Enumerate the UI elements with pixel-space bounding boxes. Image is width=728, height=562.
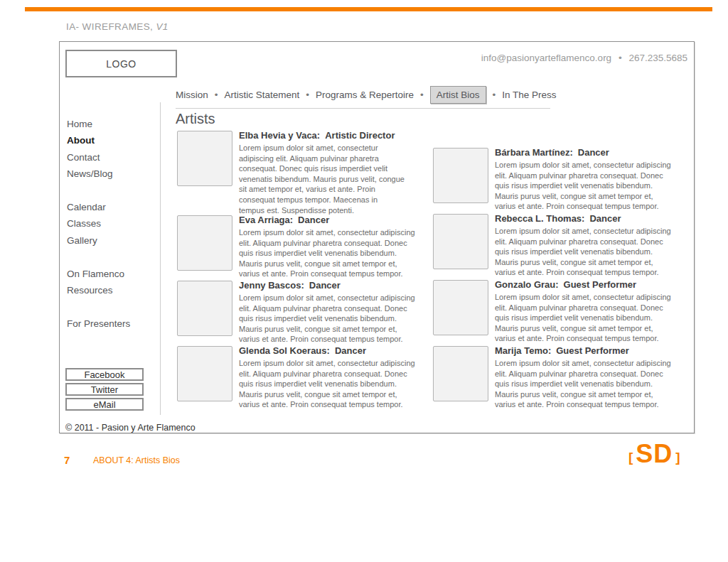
sidebar-item-contact[interactable]: Contact <box>67 149 158 166</box>
artist-title: Eva Arriaga:Dancer <box>239 215 418 225</box>
artist-role: Artistic Director <box>325 130 395 141</box>
sidebar-item-classes[interactable]: Classes <box>67 215 158 232</box>
artist-photo-placeholder <box>433 148 488 203</box>
artist-role: Dancer <box>578 147 609 158</box>
sidebar-item-news-blog[interactable]: News/Blog <box>67 166 158 182</box>
nav-separator: • <box>215 90 218 100</box>
nav-item-programs-repertoire[interactable]: Programs & Repertoire <box>316 90 414 100</box>
document-version: V1 <box>156 21 168 32</box>
artist-card-gonzalo-grau: Gonzalo Grau:Guest Performer Lorem ipsum… <box>433 280 674 344</box>
artist-card-elba-hevia-y-vaca: Elba Hevia y Vaca:Artistic Director Lore… <box>177 131 418 215</box>
artist-name: Marija Temo: <box>495 345 551 356</box>
artist-name: Gonzalo Grau: <box>495 279 559 290</box>
artist-name: Bárbara Martínez: <box>495 147 573 158</box>
artist-bio: Lorem ipsum dolor sit amet, consectetur … <box>495 160 674 212</box>
artist-title: Gonzalo Grau:Guest Performer <box>495 280 674 290</box>
wireframe-page: LOGO info@pasionyarteflamenco.org • 267.… <box>59 41 695 433</box>
artist-photo-placeholder <box>177 346 232 401</box>
artist-card-rebecca-l-thomas: Rebecca L. Thomas:Dancer Lorem ipsum dol… <box>433 214 674 278</box>
artist-name: Elba Hevia y Vaca: <box>239 130 320 141</box>
artist-title: Bárbara Martínez:Dancer <box>495 148 674 158</box>
artist-title: Glenda Sol Koeraus:Dancer <box>239 346 418 356</box>
artist-photo-placeholder <box>433 346 488 401</box>
page-number: 7 <box>64 454 70 466</box>
page-title: Artists <box>176 111 215 127</box>
page-section-label: ABOUT 4: Artists Bios <box>93 455 180 465</box>
copyright-notice: © 2011 - Pasion y Arte Flamenco <box>65 423 196 433</box>
artist-card-barbara-martinez: Bárbara Martínez:Dancer Lorem ipsum dolo… <box>433 148 674 212</box>
sd-logo-close-bracket: ] <box>675 450 680 465</box>
sidebar-group-activities: Calendar Classes Gallery <box>67 199 158 249</box>
nav-separator: • <box>306 90 309 100</box>
sidebar-item-calendar[interactable]: Calendar <box>67 199 158 215</box>
artist-role: Guest Performer <box>556 345 629 356</box>
sidebar-item-home[interactable]: Home <box>67 116 158 132</box>
sd-brand-logo: [ SD ] <box>628 441 680 468</box>
nav-item-in-the-press[interactable]: In The Press <box>502 90 556 100</box>
artist-name: Rebecca L. Thomas: <box>495 213 584 224</box>
artist-card-marija-temo: Marija Temo:Guest Performer Lorem ipsum … <box>433 346 674 410</box>
artist-photo-placeholder <box>433 280 488 335</box>
sidebar-group-primary: Home About Contact News/Blog <box>67 116 158 183</box>
sidebar-group-presenters: For Presenters <box>67 315 158 332</box>
email-button[interactable]: eMail <box>65 398 144 411</box>
contact-info: info@pasionyarteflamenco.org • 267.235.5… <box>477 53 687 63</box>
sd-logo-text: SD <box>636 441 673 468</box>
sidebar-item-gallery[interactable]: Gallery <box>67 232 158 249</box>
artist-role: Dancer <box>589 213 621 224</box>
artist-role: Dancer <box>298 215 329 225</box>
logo-placeholder[interactable]: LOGO <box>65 50 177 77</box>
sd-logo-open-bracket: [ <box>628 450 633 465</box>
artist-bio: Lorem ipsum dolor sit amet, consectetur … <box>239 358 418 410</box>
artist-photo-placeholder <box>177 131 232 186</box>
nav-separator: • <box>493 90 496 100</box>
contact-separator: • <box>619 53 622 63</box>
nav-item-mission[interactable]: Mission <box>176 90 208 100</box>
artist-bio: Lorem ipsum dolor sit amet, consectetur … <box>495 226 674 278</box>
artist-card-glenda-sol-koeraus: Glenda Sol Koeraus:Dancer Lorem ipsum do… <box>177 346 418 410</box>
facebook-button[interactable]: Facebook <box>65 368 144 381</box>
nav-underline <box>176 108 550 109</box>
artist-role: Dancer <box>309 280 341 291</box>
artist-bio: Lorem ipsum dolor sit amet, consectetur … <box>495 358 674 410</box>
nav-item-artistic-statement[interactable]: Artistic Statement <box>225 90 300 100</box>
top-accent-bar <box>25 7 712 11</box>
nav-separator: • <box>420 90 424 100</box>
artist-name: Eva Arriaga: <box>239 215 293 225</box>
nav-item-artist-bios-active[interactable]: Artist Bios <box>430 86 486 104</box>
document-title: IA- WIREFRAMES, V1 <box>66 21 168 32</box>
contact-phone: 267.235.5685 <box>628 53 687 63</box>
artist-bio: Lorem ipsum dolor sit amet, consectetur … <box>239 227 418 279</box>
artist-bio: Lorem ipsum dolor sit amet, consectetur … <box>239 143 405 215</box>
sidebar-divider <box>160 102 161 415</box>
artist-role: Dancer <box>335 345 366 356</box>
artist-bio: Lorem ipsum dolor sit amet, consectetur … <box>239 293 418 345</box>
sidebar-nav: Home About Contact News/Blog Calendar Cl… <box>67 116 158 349</box>
document-title-text: IA- WIREFRAMES, <box>66 21 153 32</box>
sidebar-item-about-active[interactable]: About <box>67 132 158 148</box>
artist-title: Elba Hevia y Vaca:Artistic Director <box>239 131 418 141</box>
sidebar-item-for-presenters[interactable]: For Presenters <box>67 315 158 332</box>
artist-photo-placeholder <box>177 281 232 336</box>
artist-title: Rebecca L. Thomas:Dancer <box>495 214 674 224</box>
contact-email[interactable]: info@pasionyarteflamenco.org <box>481 53 611 63</box>
artist-title: Marija Temo:Guest Performer <box>495 346 674 356</box>
wireframe-document: IA- WIREFRAMES, V1 LOGO info@pasionyarte… <box>0 0 728 562</box>
artist-card-jenny-bascos: Jenny Bascos:Dancer Lorem ipsum dolor si… <box>177 281 418 345</box>
sidebar-group-resources: On Flamenco Resources <box>67 266 158 299</box>
artist-role: Guest Performer <box>564 279 637 290</box>
artist-title: Jenny Bascos:Dancer <box>239 281 418 291</box>
artist-card-eva-arriaga: Eva Arriaga:Dancer Lorem ipsum dolor sit… <box>177 215 418 279</box>
logo-label: LOGO <box>106 58 136 70</box>
artist-name: Glenda Sol Koeraus: <box>239 345 330 356</box>
artist-photo-placeholder <box>177 215 232 271</box>
twitter-button[interactable]: Twitter <box>65 383 144 396</box>
section-nav: Mission • Artistic Statement • Programs … <box>176 83 557 106</box>
sidebar-item-resources[interactable]: Resources <box>67 282 158 298</box>
social-buttons: Facebook Twitter eMail <box>65 368 144 413</box>
sidebar-item-on-flamenco[interactable]: On Flamenco <box>67 266 158 282</box>
artist-bio: Lorem ipsum dolor sit amet, consectetur … <box>495 292 674 344</box>
artist-name: Jenny Bascos: <box>239 280 304 291</box>
artist-photo-placeholder <box>433 214 488 269</box>
